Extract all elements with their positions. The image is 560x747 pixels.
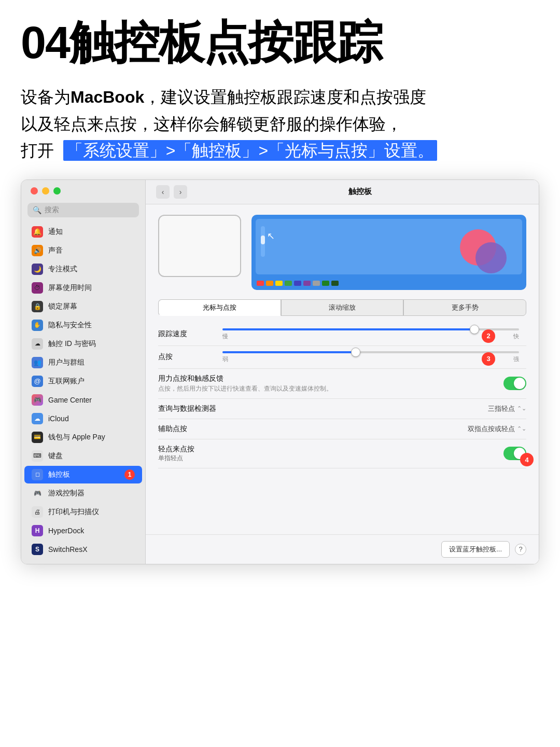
close-button[interactable] <box>31 187 38 195</box>
haptic-row: 用力点按和触感反馈 点按，然后用力按下以进行快速查看、查询以及变速媒体控制。 <box>158 369 526 399</box>
nav-back-button[interactable]: ‹ <box>156 185 170 199</box>
users-icon: 👥 <box>32 357 43 368</box>
tab-pointer[interactable]: 光标与点按 <box>158 299 281 316</box>
sidebar-label-internet: 互联网账户 <box>48 377 85 386</box>
internet-icon: @ <box>32 376 43 387</box>
desc-line3: 打开 「系统设置」>「触控板」>「光标与点按」设置。 <box>21 137 539 164</box>
notification-icon: 🔔 <box>32 226 43 238</box>
maximize-button[interactable] <box>53 187 61 195</box>
tracking-speed-label: 跟踪速度 <box>158 329 215 339</box>
swatch-blue <box>294 281 301 286</box>
lookup-value-text: 三指轻点 <box>488 404 515 413</box>
demo-preview: ↖ <box>251 215 526 290</box>
nav-forward-button[interactable]: › <box>174 185 187 199</box>
privacy-icon: ✋ <box>32 320 43 331</box>
lookup-row: 查询与数据检测器 三指轻点 ⌃⌄ <box>158 399 526 419</box>
secondary-click-value[interactable]: 双指点按或轻点 ⌃⌄ <box>468 424 526 434</box>
sidebar-label-focus: 专注模式 <box>48 265 77 274</box>
sidebar-item-printer[interactable]: 🖨 打印机与扫描仪 <box>24 503 142 521</box>
haptic-toggle-knob <box>514 378 525 389</box>
sidebar-item-wallet[interactable]: 💳 钱包与 Apple Pay <box>24 428 142 446</box>
trackpad-icon: ◻ <box>32 469 43 480</box>
tab-scroll[interactable]: 滚动缩放 <box>281 299 404 316</box>
tap-toggle-container: 4 <box>503 447 526 460</box>
lookup-value[interactable]: 三指轻点 ⌃⌄ <box>488 404 526 413</box>
sidebar-item-privacy[interactable]: ✋ 隐私与安全性 <box>24 316 142 334</box>
screentime-icon: ⏱ <box>32 282 43 294</box>
sidebar-item-screentime[interactable]: ⏱ 屏幕使用时间 <box>24 279 142 297</box>
sidebar-item-focus[interactable]: 🌙 专注模式 <box>24 260 142 278</box>
haptic-label: 用力点按和触感反馈 <box>158 374 332 383</box>
swatch-green <box>285 281 292 286</box>
speed-slow-label: 慢 <box>222 333 228 340</box>
click-slider[interactable]: 弱 强 <box>222 351 519 363</box>
switchresx-icon: S <box>32 544 43 555</box>
gamecontroller-icon: 🎮 <box>32 488 43 499</box>
desc-bold: MacBook <box>71 88 144 106</box>
sidebar-item-sound[interactable]: 🔊 声音 <box>24 242 142 259</box>
tab-gesture[interactable]: 更多手势 <box>403 299 526 316</box>
swatch-purple <box>303 281 311 286</box>
sidebar-item-notification[interactable]: 🔔 通知 <box>24 223 142 241</box>
help-button[interactable]: ? <box>515 544 526 555</box>
search-icon: 🔍 <box>33 206 41 214</box>
step-badge-3: 3 <box>482 352 495 366</box>
tap-to-click-row: 轻点来点按 单指轻点 4 <box>158 439 526 468</box>
hyperdock-icon: H <box>32 525 43 536</box>
sidebar-item-hyperdock[interactable]: H HyperDock <box>24 522 142 540</box>
sidebar-item-icloud[interactable]: ☁ iCloud <box>24 410 142 427</box>
desc-link[interactable]: 「系统设置」>「触控板」>「光标与点按」设置。 <box>63 140 437 161</box>
click-strong-label: 强 <box>513 355 519 363</box>
sidebar-item-touchid[interactable]: ☁ 触控 ID 与密码 <box>24 335 142 353</box>
wallet-icon: 💳 <box>32 432 43 443</box>
swatch-red <box>257 281 264 286</box>
sidebar-item-switchresx[interactable]: S SwitchResX <box>24 541 142 558</box>
haptic-toggle[interactable] <box>503 377 526 390</box>
printer-icon: 🖨 <box>32 506 43 518</box>
slider-track-speed <box>222 328 519 330</box>
tap-to-click-label: 轻点来点按 <box>158 445 215 454</box>
window-body: 🔍 搜索 🔔 通知 🔊 声音 🌙 专注模式 ⏱ 屏幕使用时间 🔒 <box>21 180 539 564</box>
minimize-button[interactable] <box>42 187 49 195</box>
desc-line1: 设备为MacBook，建议设置触控板跟踪速度和点按强度 <box>21 84 539 110</box>
click-label: 点按 <box>158 352 215 362</box>
search-bar[interactable]: 🔍 搜索 <box>27 203 139 217</box>
sidebar-item-gamecontroller[interactable]: 🎮 游戏控制器 <box>24 485 142 502</box>
color-swatches <box>257 281 339 286</box>
secondary-click-chevron-icon: ⌃⌄ <box>517 425 526 432</box>
sidebar-item-keyboard[interactable]: ⌨ 键盘 <box>24 447 142 465</box>
sidebar-label-switchresx: SwitchResX <box>48 545 87 554</box>
step-badge-2: 2 <box>482 329 495 343</box>
sidebar-item-users[interactable]: 👥 用户与群组 <box>24 354 142 371</box>
sound-icon: 🔊 <box>32 245 43 256</box>
page-title: 04触控板点按跟踪 <box>21 19 539 66</box>
tracking-speed-slider[interactable]: 慢 快 <box>222 328 519 340</box>
tracking-speed-row: 跟踪速度 慢 快 2 <box>158 323 526 346</box>
trackpad-badge: 1 <box>124 469 135 480</box>
traffic-lights <box>21 180 145 200</box>
sidebar-label-hyperdock: HyperDock <box>48 527 84 535</box>
sidebar-item-lock[interactable]: 🔒 锁定屏幕 <box>24 298 142 315</box>
sidebar-item-internet[interactable]: @ 互联网账户 <box>24 372 142 390</box>
trackpad-preview <box>158 215 241 277</box>
desc-line2: 以及轻点来点按，这样你会解锁更舒服的操作体验， <box>21 111 539 137</box>
sidebar-item-trackpad[interactable]: ◻ 触控板 1 <box>24 466 142 483</box>
preview-area: ↖ <box>146 204 539 295</box>
sidebar-item-gamecenter[interactable]: 🎮 Game Center <box>24 391 142 409</box>
secondary-click-row: 辅助点按 双指点按或轻点 ⌃⌄ <box>158 419 526 439</box>
step-badge-4: 4 <box>520 453 534 466</box>
swatch-yellow <box>275 281 283 286</box>
sidebar-label-lock: 锁定屏幕 <box>48 302 77 311</box>
gamecenter-icon: 🎮 <box>32 394 43 406</box>
haptic-desc: 点按，然后用力按下以进行快速查看、查询以及变速媒体控制。 <box>158 384 332 393</box>
sidebar-label-icloud: iCloud <box>48 414 69 423</box>
mac-window: 🔍 搜索 🔔 通知 🔊 声音 🌙 专注模式 ⏱ 屏幕使用时间 🔒 <box>21 179 539 564</box>
sidebar-label-privacy: 隐私与安全性 <box>48 321 92 330</box>
setup-bluetooth-button[interactable]: 设置蓝牙触控板... <box>441 541 510 558</box>
slider-fill-click <box>222 351 356 353</box>
slider-labels-click: 弱 强 <box>222 355 519 363</box>
tabs-bar: 光标与点按 滚动缩放 更多手势 <box>158 299 526 316</box>
click-row: 点按 弱 强 3 <box>158 346 526 369</box>
tap-to-click-sub-label: 单指轻点 <box>158 454 215 463</box>
back-icon: ‹ <box>162 188 164 196</box>
